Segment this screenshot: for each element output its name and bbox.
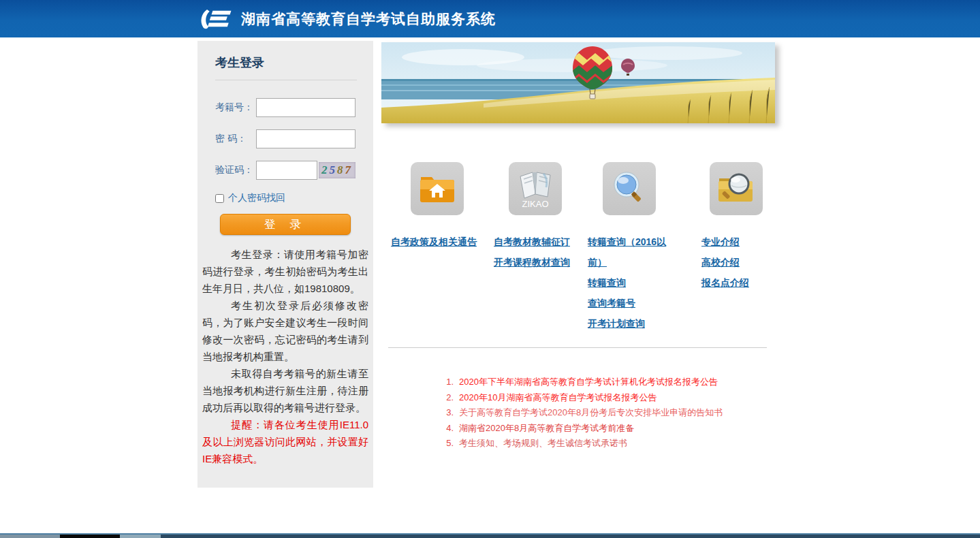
password-recovery-label[interactable]: 个人密码找回 xyxy=(228,192,285,204)
link-transfer-query[interactable]: 转籍查询 xyxy=(588,272,671,293)
footer-segment xyxy=(0,535,60,538)
captcha-digit: 8 xyxy=(337,163,345,177)
magnifier-icon xyxy=(603,162,656,215)
news-item-number: 3. xyxy=(441,405,454,421)
banner-image xyxy=(381,42,775,123)
news-item[interactable]: 5. 考生须知、考场规则、考生诚信考试承诺书 xyxy=(441,436,761,452)
password-recovery-row: 个人密码找回 xyxy=(215,192,355,204)
captcha-image[interactable]: 2587 xyxy=(319,162,355,178)
service-column-policy: 自考政策及相关通告 xyxy=(391,162,484,252)
service-column-textbooks: ZIKAO 自考教材教辅征订 开考课程教材查询 xyxy=(494,162,577,272)
news-item-number: 4. xyxy=(441,421,454,437)
news-list: 1. 2020年下半年湖南省高等教育自学考试计算机化考试报名报考公告 2. 20… xyxy=(441,375,761,452)
news-item-link[interactable]: 考生须知、考场规则、考生诚信考试承诺书 xyxy=(459,436,627,452)
section-divider xyxy=(388,347,767,348)
captcha-row: 验证码： 2587 xyxy=(215,161,355,180)
captcha-input[interactable] xyxy=(256,161,317,180)
page: 湖南省高等教育自学考试自助服务系统 考生登录 考籍号： 密 码： 验证码： 25… xyxy=(0,0,980,538)
login-note-1: 考生登录：请使用考籍号加密码进行登录，考生初始密码为考生出生年月日，共八位，如1… xyxy=(202,246,368,297)
news-item[interactable]: 3. 关于高等教育自学考试2020年8月份考后专次安排毕业申请的告知书 xyxy=(441,405,761,421)
login-note-2: 考生初次登录后必须修改密码，为了账户安全建议考生一段时间修改一次密码，忘记密码的… xyxy=(202,297,368,365)
login-note-warning: 提醒：请各位考生使用IE11.0及以上浏览器访问此网站，并设置好IE兼容模式。 xyxy=(202,416,368,467)
site-logo-icon xyxy=(197,6,236,32)
news-item-number: 1. xyxy=(441,375,454,390)
service-grid: 自考政策及相关通告 ZIKAO 自 xyxy=(381,162,775,346)
service-column-queries: 转籍查询（2016以前） 转籍查询 查询考籍号 开考计划查询 xyxy=(588,162,671,334)
exam-id-row: 考籍号： xyxy=(215,98,355,117)
link-exam-id-query[interactable]: 查询考籍号 xyxy=(588,293,671,313)
zikao-label: ZIKAO xyxy=(522,199,548,209)
service-column-intro: 专业介绍 高校介绍 报名点介绍 xyxy=(701,162,771,293)
link-transfer-query-pre2016[interactable]: 转籍查询（2016以前） xyxy=(588,232,671,272)
footer-segment xyxy=(60,535,120,538)
link-policy-notices[interactable]: 自考政策及相关通告 xyxy=(391,232,484,252)
news-item[interactable]: 2. 2020年10月湖南省高等教育自学考试报名报考公告 xyxy=(441,390,761,406)
password-row: 密 码： xyxy=(215,129,355,148)
page-title: 湖南省高等教育自学考试自助服务系统 xyxy=(241,10,496,29)
login-panel: 考生登录 考籍号： 密 码： 验证码： 2587 个人密码找回 登 录 考 xyxy=(197,41,373,488)
book-zikao-icon: ZIKAO xyxy=(509,162,562,215)
login-button[interactable]: 登 录 xyxy=(220,214,351,235)
login-note-3: 未取得自考考籍号的新生请至当地报考机构进行新生注册，待注册成功后再以取得的考籍号… xyxy=(202,365,368,416)
exam-id-label: 考籍号： xyxy=(215,101,256,114)
header-bar: 湖南省高等教育自学考试自助服务系统 xyxy=(0,0,980,37)
link-textbook-order[interactable]: 自考教材教辅征订 xyxy=(494,232,577,252)
captcha-digit: 2 xyxy=(321,163,330,177)
news-item-link[interactable]: 湖南省2020年8月高等教育自学考试考前准备 xyxy=(459,421,634,437)
main-content: 自考政策及相关通告 ZIKAO 自 xyxy=(381,41,775,504)
footer-segment xyxy=(120,535,161,538)
captcha-digit: 5 xyxy=(330,163,338,177)
link-university-intro[interactable]: 高校介绍 xyxy=(701,252,771,272)
news-item-link[interactable]: 2020年10月湖南省高等教育自学考试报名报考公告 xyxy=(459,390,657,406)
footer-bar xyxy=(0,533,980,538)
link-course-textbook-query[interactable]: 开考课程教材查询 xyxy=(494,252,577,272)
news-item-link[interactable]: 2020年下半年湖南省高等教育自学考试计算机化考试报名报考公告 xyxy=(459,375,718,390)
password-input[interactable] xyxy=(256,129,355,148)
folder-home-icon xyxy=(411,162,464,215)
link-major-intro[interactable]: 专业介绍 xyxy=(701,232,771,252)
news-item[interactable]: 1. 2020年下半年湖南省高等教育自学考试计算机化考试报名报考公告 xyxy=(441,375,761,390)
news-item-link[interactable]: 关于高等教育自学考试2020年8月份考后专次安排毕业申请的告知书 xyxy=(459,405,723,421)
folder-magnifier-icon xyxy=(710,162,763,215)
login-notes: 考生登录：请使用考籍号加密码进行登录，考生初始密码为考生出生年月日，共八位，如1… xyxy=(202,246,368,467)
password-recovery-checkbox[interactable] xyxy=(215,194,224,203)
password-label: 密 码： xyxy=(215,133,256,145)
news-item-number: 5. xyxy=(441,436,454,452)
exam-id-input[interactable] xyxy=(256,98,355,117)
captcha-label: 验证码： xyxy=(215,164,256,176)
captcha-digit: 7 xyxy=(345,163,353,177)
news-item[interactable]: 4. 湖南省2020年8月高等教育自学考试考前准备 xyxy=(441,421,761,437)
link-registration-site-intro[interactable]: 报名点介绍 xyxy=(701,272,771,293)
login-panel-title: 考生登录 xyxy=(215,54,357,80)
link-exam-plan-query[interactable]: 开考计划查询 xyxy=(588,313,671,334)
login-form: 考籍号： 密 码： 验证码： 2587 个人密码找回 登 录 xyxy=(197,80,373,235)
news-item-number: 2. xyxy=(441,390,454,406)
